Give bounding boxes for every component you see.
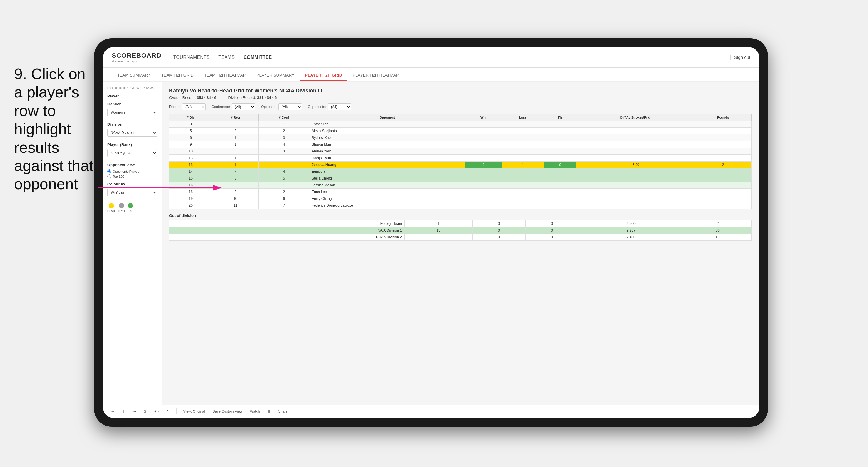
table-row[interactable]: 1822 Euna Lee xyxy=(169,189,752,195)
record-row: Overall Record: 353 - 34 - 6 Division Re… xyxy=(169,95,752,100)
share-button[interactable]: Share xyxy=(276,408,290,415)
instruction-body: Click on a player's row to highlight res… xyxy=(14,65,93,192)
logo-area: SCOREBOARD Powered by clippi xyxy=(112,52,161,63)
level-label: Level xyxy=(118,209,125,213)
division-record-value: 331 - 34 - 6 xyxy=(257,95,277,100)
redo-button[interactable]: ↪ xyxy=(131,408,138,415)
gender-dropdown[interactable]: Women's xyxy=(107,108,157,116)
filter-region: Region (All) xyxy=(169,103,206,111)
instruction-text: 9. Click on a player's row to highlight … xyxy=(14,65,96,193)
level-dot xyxy=(119,203,124,208)
opponent-label: Opponent xyxy=(261,105,277,109)
step-number: 9. xyxy=(14,65,27,83)
table-body: 31 Esther Lee 522 Alexis Sudjianto xyxy=(169,121,752,209)
col-conf: # Conf xyxy=(259,114,309,121)
down-label: Down xyxy=(107,209,115,213)
down-dot xyxy=(108,203,114,208)
refresh-button[interactable]: ↻ xyxy=(164,408,172,415)
colour-by-dropdown[interactable]: Win/loss xyxy=(107,189,157,196)
opponent-filter[interactable]: (All) xyxy=(278,103,302,111)
opponent-view-radios: Opponents Played Top 100 xyxy=(107,169,157,178)
division-record-label: Division Record: 331 - 34 - 6 xyxy=(228,95,277,100)
table-row[interactable]: NAIA Division 1 15 0 0 9.267 30 xyxy=(169,227,752,234)
main-content: Last Updated: 27/03/2024 16:55:38 Player… xyxy=(103,82,759,405)
h2h-table: # Div # Reg # Conf Opponent Win Loss Tie… xyxy=(169,114,752,209)
toolbar-divider xyxy=(176,408,177,414)
table-row[interactable]: 1585 Stella Chong xyxy=(169,175,752,182)
col-opponent: Opponent xyxy=(309,114,465,121)
left-panel: Last Updated: 27/03/2024 16:55:38 Player… xyxy=(103,82,162,405)
watch-button[interactable]: Watch xyxy=(248,408,262,415)
nav-committee[interactable]: COMMITTEE xyxy=(243,53,272,62)
table-row[interactable]: Foreign Team 1 0 0 4.500 2 xyxy=(169,220,752,227)
subnav-player-summary[interactable]: PLAYER SUMMARY xyxy=(251,70,300,81)
right-content: Katelyn Vo Head-to-Head Grid for Women's… xyxy=(162,82,759,405)
nav-divider: | xyxy=(730,55,731,60)
subnav-team-h2h-heatmap[interactable]: TEAM H2H HEATMAP xyxy=(199,70,251,81)
top-nav: SCOREBOARD Powered by clippi TOURNAMENTS… xyxy=(103,47,759,68)
radio-top100[interactable]: Top 100 xyxy=(107,175,157,178)
up-dot xyxy=(128,203,133,208)
out-of-div-body: Foreign Team 1 0 0 4.500 2 NAIA Division… xyxy=(169,220,752,241)
view-original-button[interactable]: View: Original xyxy=(181,408,208,415)
logo-sub: Powered by clippi xyxy=(112,59,161,63)
col-win: Win xyxy=(465,114,502,121)
conference-filter[interactable]: (All) xyxy=(231,103,255,111)
table-row[interactable]: 19106 Emily Chang xyxy=(169,195,752,202)
up-label: Up xyxy=(129,209,132,213)
division-dropdown[interactable]: NCAA Division III xyxy=(107,129,157,136)
filter-opponent: Opponent (All) xyxy=(261,103,302,111)
opponents-filter[interactable]: (All) xyxy=(328,103,351,111)
grid-title: Katelyn Vo Head-to-Head Grid for Women's… xyxy=(169,88,752,94)
table-row[interactable]: 522 Alexis Sudjianto xyxy=(169,128,752,134)
region-filter[interactable]: (All) xyxy=(182,103,206,111)
table-row[interactable]: 20117 Federica Domecq Lacroze xyxy=(169,202,752,209)
conference-label: Conference xyxy=(212,105,230,109)
table-button[interactable]: ⊞ xyxy=(265,408,273,415)
out-of-division-label: Out of division xyxy=(169,213,752,218)
nav-tournaments[interactable]: TOURNAMENTS xyxy=(173,53,210,62)
color-legend: Down Level Up xyxy=(107,203,157,213)
save-custom-view-button[interactable]: Save Custom View xyxy=(210,408,245,415)
opponents-label: Opponents: xyxy=(308,105,326,109)
table-row[interactable]: 914 Sharon Mun xyxy=(169,141,752,148)
color-level: Level xyxy=(118,203,125,213)
subnav-team-h2h-grid[interactable]: TEAM H2H GRID xyxy=(156,70,199,81)
subnav-team-summary[interactable]: TEAM SUMMARY xyxy=(112,70,156,81)
logo-text: SCOREBOARD xyxy=(112,52,161,59)
subnav-player-h2h-heatmap[interactable]: PLAYER H2H HEATMAP xyxy=(347,70,404,81)
table-row[interactable]: 31 Esther Lee xyxy=(169,121,752,128)
filters-row: Region (All) Conference (All) Opponent xyxy=(169,103,752,111)
filter-opponents: Opponents: (All) xyxy=(308,103,351,111)
radio-opponents-played[interactable]: Opponents Played xyxy=(107,169,157,173)
table-row[interactable]: 1474 Eunice Yi xyxy=(169,168,752,175)
opponent-view-label: Opponent view xyxy=(107,163,157,167)
table-row-selected[interactable]: 131 Jessica Huang 0 1 0 -3.00 2 xyxy=(169,161,752,168)
col-reg: # Reg xyxy=(212,114,259,121)
table-row[interactable]: 1691 Jessica Mason xyxy=(169,182,752,189)
table-row[interactable]: 131 Haeijo Hyun xyxy=(169,155,752,161)
player-rank-dropdown[interactable]: 8. Katelyn Vo xyxy=(107,149,157,157)
player-rank-label: Player (Rank) xyxy=(107,143,157,147)
pause-button[interactable]: ⏸ xyxy=(120,408,128,415)
nav-links: TOURNAMENTS TEAMS COMMITTEE xyxy=(173,53,730,62)
sign-out-button[interactable]: Sign out xyxy=(734,55,750,60)
subnav-player-h2h-grid[interactable]: PLAYER H2H GRID xyxy=(300,70,347,81)
table-row[interactable]: 1063 Andrea York xyxy=(169,148,752,155)
colour-by-label: Colour by xyxy=(107,182,157,186)
tablet-screen: SCOREBOARD Powered by clippi TOURNAMENTS… xyxy=(103,47,759,418)
action-button[interactable]: ✦ · xyxy=(152,408,161,415)
sub-nav: TEAM SUMMARY TEAM H2H GRID TEAM H2H HEAT… xyxy=(103,68,759,82)
undo-button[interactable]: ↩ xyxy=(109,408,117,415)
table-row[interactable]: 613 Sydney Kuo xyxy=(169,134,752,141)
table-row[interactable]: NCAA Division 2 5 0 0 7.400 10 xyxy=(169,234,752,241)
nav-teams[interactable]: TEAMS xyxy=(218,53,235,62)
col-rounds: Rounds xyxy=(694,114,752,121)
out-of-division-table: Foreign Team 1 0 0 4.500 2 NAIA Division… xyxy=(169,220,752,241)
timestamp: Last Updated: 27/03/2024 16:55:38 xyxy=(107,86,157,89)
table-header-row: # Div # Reg # Conf Opponent Win Loss Tie… xyxy=(169,114,752,121)
color-up: Up xyxy=(128,203,133,213)
col-diff: Diff Av Strokes/Rnd xyxy=(576,114,694,121)
bottom-toolbar: ↩ ⏸ ↪ ⧉ ✦ · ↻ View: Original Save Custom… xyxy=(103,405,759,418)
copy-button[interactable]: ⧉ xyxy=(141,408,149,415)
